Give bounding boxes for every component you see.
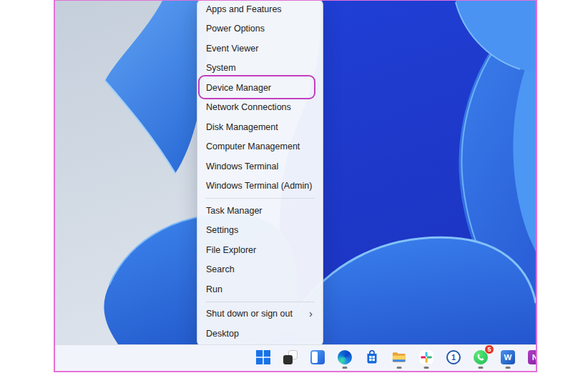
menu-item-label: Power Options xyxy=(206,24,265,34)
edge-icon xyxy=(338,350,352,364)
taskbar-button-microsoft-store[interactable] xyxy=(363,349,381,366)
menu-item-search[interactable]: Search xyxy=(197,260,323,280)
onenote-icon: N xyxy=(528,350,536,364)
file-explorer-icon xyxy=(392,350,406,364)
task-view-icon xyxy=(283,350,298,364)
running-app-indicator xyxy=(343,367,348,369)
taskbar-button-widgets[interactable] xyxy=(309,349,326,366)
menu-item-apps-and-features[interactable]: Apps and Features xyxy=(197,1,323,19)
menu-item-label: Disk Management xyxy=(206,122,278,132)
running-app-indicator xyxy=(479,367,484,369)
menu-item-event-viewer[interactable]: Event Viewer xyxy=(197,39,323,59)
menu-item-label: Settings xyxy=(206,225,238,235)
menu-item-windows-terminal[interactable]: Windows Terminal xyxy=(197,156,323,176)
menu-item-file-explorer[interactable]: File Explorer xyxy=(197,240,323,260)
taskbar-button-onenote[interactable]: N xyxy=(526,349,536,366)
taskbar-button-edge[interactable] xyxy=(336,349,353,366)
taskbar: 15WN xyxy=(55,344,536,371)
menu-item-windows-terminal-admin[interactable]: Windows Terminal (Admin) xyxy=(197,176,323,197)
taskbar-button-whatsapp[interactable]: 5 xyxy=(472,349,489,366)
screenshot-frame: Apps and FeaturesPower OptionsEvent View… xyxy=(54,0,537,372)
word-glyph: W xyxy=(504,353,512,362)
menu-item-label: Network Connections xyxy=(206,102,291,112)
start-icon xyxy=(256,350,270,364)
menu-item-disk-management[interactable]: Disk Management xyxy=(197,117,323,137)
taskbar-button-word[interactable]: W xyxy=(499,349,516,366)
menu-item-label: Computer Management xyxy=(206,141,300,151)
1password-icon: 1 xyxy=(446,350,461,364)
taskbar-button-1password[interactable]: 1 xyxy=(445,349,462,366)
menu-item-desktop[interactable]: Desktop xyxy=(197,324,323,344)
menu-item-settings[interactable]: Settings xyxy=(197,221,323,241)
widgets-icon xyxy=(310,350,325,364)
notification-badge: 5 xyxy=(484,344,494,354)
onenote-glyph: N xyxy=(532,353,536,362)
menu-item-network-connections[interactable]: Network Connections xyxy=(197,98,323,118)
taskbar-button-task-view[interactable] xyxy=(282,349,299,366)
desktop-wallpaper: Apps and FeaturesPower OptionsEvent View… xyxy=(55,1,536,371)
menu-divider xyxy=(205,302,315,302)
menu-item-computer-management[interactable]: Computer Management xyxy=(197,137,323,157)
menu-item-label: File Explorer xyxy=(206,245,256,255)
menu-item-label: Task Manager xyxy=(206,206,263,216)
taskbar-button-start[interactable] xyxy=(255,349,272,366)
page: Apps and FeaturesPower OptionsEvent View… xyxy=(0,0,588,373)
menu-item-power-options[interactable]: Power Options xyxy=(197,19,323,39)
menu-item-label: Device Manager xyxy=(206,83,271,93)
device-manager-highlight-box xyxy=(198,75,315,99)
1password-glyph: 1 xyxy=(451,353,456,362)
menu-item-label: Desktop xyxy=(206,329,239,339)
menu-item-label: Shut down or sign out xyxy=(206,309,293,319)
slack-icon xyxy=(419,350,433,364)
taskbar-icon-row: 15WN xyxy=(255,345,536,371)
microsoft-store-icon xyxy=(365,350,379,364)
menu-item-label: Run xyxy=(206,284,222,294)
menu-item-label: System xyxy=(206,63,236,73)
running-app-indicator xyxy=(424,367,429,369)
running-app-indicator xyxy=(506,367,511,369)
menu-item-shut-down-or-sign-out[interactable]: Shut down or sign out› xyxy=(197,304,323,324)
menu-item-label: Event Viewer xyxy=(206,44,258,54)
menu-item-label: Apps and Features xyxy=(206,4,282,14)
menu-item-system[interactable]: System xyxy=(197,59,323,79)
menu-item-task-manager[interactable]: Task Manager xyxy=(197,201,323,221)
menu-item-label: Windows Terminal xyxy=(206,161,278,171)
menu-item-device-manager[interactable]: Device Manager xyxy=(197,78,323,98)
menu-divider xyxy=(205,198,315,199)
taskbar-button-slack[interactable] xyxy=(418,349,435,366)
menu-item-label: Search xyxy=(206,264,235,274)
taskbar-button-file-explorer[interactable] xyxy=(391,349,408,366)
running-app-indicator xyxy=(397,367,402,369)
menu-item-label: Windows Terminal (Admin) xyxy=(206,181,312,191)
word-icon: W xyxy=(501,350,515,364)
winx-menu: Apps and FeaturesPower OptionsEvent View… xyxy=(197,1,323,347)
submenu-chevron-icon: › xyxy=(309,308,313,320)
menu-item-run[interactable]: Run xyxy=(197,279,323,299)
